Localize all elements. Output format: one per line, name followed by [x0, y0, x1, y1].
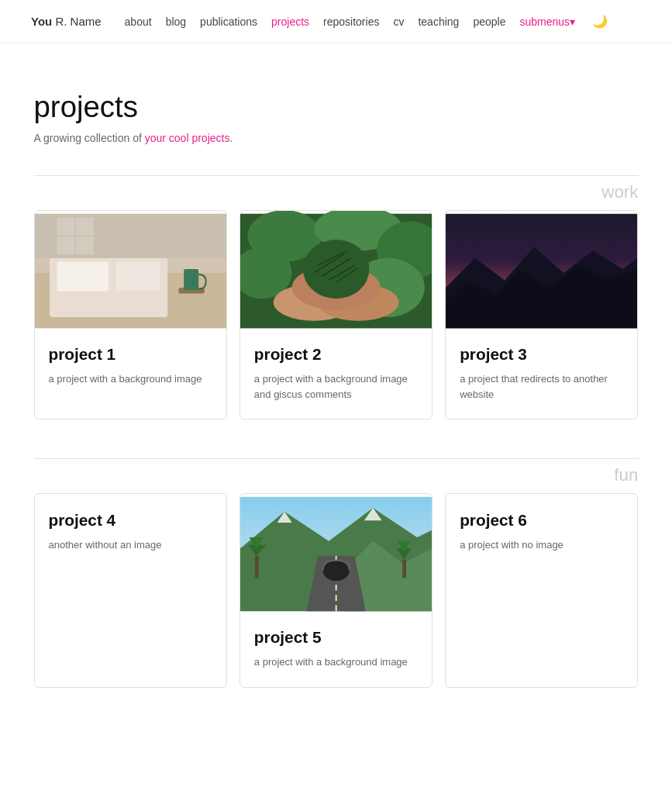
project-4-desc: another without an image	[49, 537, 212, 553]
nav-publications[interactable]: publications	[200, 16, 257, 28]
project-6-desc: a project with no image	[460, 537, 623, 553]
main-content: projects A growing collection of your co…	[3, 43, 670, 789]
project-2-image	[240, 211, 432, 331]
project-2-body: project 2 a project with a background im…	[240, 331, 432, 419]
brand-you: You	[31, 15, 52, 28]
svg-rect-3	[57, 262, 109, 292]
page-title: projects	[34, 90, 639, 124]
project-5-desc: a project with a background image	[254, 654, 418, 670]
project-1-body: project 1 a project with a background im…	[35, 331, 226, 404]
svg-point-37	[322, 561, 349, 582]
project-1-desc: a project with a background image	[49, 371, 212, 387]
svg-rect-38	[255, 556, 259, 578]
nav-blog[interactable]: blog	[166, 16, 186, 28]
project-4-title: project 4	[49, 511, 212, 530]
project-card-6[interactable]: project 6 a project with no image	[445, 493, 638, 688]
project-5-body: project 5 a project with a background im…	[240, 614, 432, 687]
nav-projects[interactable]: projects	[271, 16, 309, 28]
project-2-title: project 2	[254, 345, 418, 364]
nav-people[interactable]: people	[473, 16, 505, 28]
category-fun: fun project 4 another without an image	[34, 458, 639, 688]
project-6-body: project 6 a project with no image	[446, 494, 637, 570]
main-nav: You R. Name about blog publications proj…	[0, 0, 672, 43]
project-3-title: project 3	[460, 345, 623, 364]
project-3-desc: a project that redirects to another webs…	[460, 371, 623, 402]
category-work: work	[34, 175, 639, 420]
nav-submenus[interactable]: submenus▾	[519, 16, 575, 28]
nav-teaching[interactable]: teaching	[418, 16, 459, 28]
project-2-desc: a project with a background image and gi…	[254, 371, 418, 402]
project-3-body: project 3 a project that redirects to an…	[446, 331, 637, 419]
dark-mode-toggle[interactable]: 🌙	[592, 14, 608, 29]
project-4-body: project 4 another without an image	[35, 494, 226, 570]
svg-rect-6	[184, 269, 198, 290]
fun-project-grid: project 4 another without an image	[34, 493, 639, 688]
project-card-1[interactable]: project 1 a project with a background im…	[34, 210, 227, 420]
brand-name: R. Name	[55, 15, 101, 28]
project-1-image	[35, 211, 226, 331]
project-card-5[interactable]: project 5 a project with a background im…	[240, 493, 432, 688]
project-1-title: project 1	[49, 345, 212, 364]
page-subtitle: A growing collection of your cool projec…	[34, 132, 639, 144]
svg-point-21	[303, 240, 370, 299]
project-6-title: project 6	[460, 511, 623, 530]
svg-rect-4	[115, 262, 160, 292]
svg-rect-41	[402, 560, 406, 578]
category-work-label: work	[34, 175, 639, 202]
nav-cv[interactable]: cv	[393, 16, 404, 28]
subtitle-link[interactable]: your cool projects	[145, 132, 230, 144]
project-5-title: project 5	[254, 628, 418, 647]
work-project-grid: project 1 a project with a background im…	[34, 210, 639, 420]
nav-repositories[interactable]: repositories	[323, 16, 379, 28]
nav-links: about blog publications projects reposit…	[125, 14, 608, 29]
project-5-image	[240, 494, 432, 614]
brand: You R. Name	[31, 15, 102, 28]
project-3-image	[446, 211, 637, 331]
project-card-3[interactable]: project 3 a project that redirects to an…	[445, 210, 638, 420]
project-card-2[interactable]: project 2 a project with a background im…	[240, 210, 432, 420]
nav-about[interactable]: about	[125, 16, 152, 28]
project-card-4[interactable]: project 4 another without an image	[34, 493, 227, 688]
category-fun-label: fun	[34, 458, 639, 485]
